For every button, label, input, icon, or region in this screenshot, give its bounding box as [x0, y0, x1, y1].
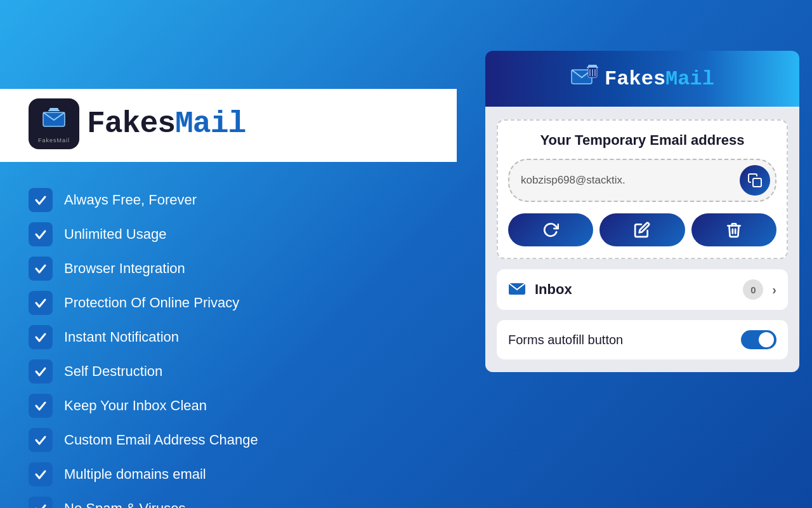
feature-item-unlimited-usage: Unlimited Usage	[29, 218, 258, 250]
checkbox-keep-inbox-clean	[29, 394, 53, 418]
panel-body: Your Temporary Email address kobzisp698@…	[485, 107, 799, 372]
feature-item-always-free: Always Free, Forever	[29, 184, 258, 216]
email-display: kobzisp698@stacktix.	[521, 174, 735, 187]
feature-label-keep-inbox-clean: Keep Your Inbox Clean	[64, 398, 207, 414]
inbox-label: Inbox	[535, 281, 734, 298]
inbox-row[interactable]: Inbox 0 ›	[497, 269, 788, 310]
copy-email-button[interactable]	[740, 165, 770, 196]
autofill-row: Forms autofill button	[497, 320, 788, 359]
toggle-knob	[759, 332, 774, 347]
feature-item-custom-email: Custom Email Address Change	[29, 424, 258, 456]
feature-item-self-destruction: Self Destruction	[29, 356, 258, 387]
feature-label-unlimited-usage: Unlimited Usage	[64, 226, 166, 243]
feature-label-no-spam: No Spam & Viruses	[64, 500, 186, 508]
panel-header-title: FakesMail	[605, 67, 714, 91]
inbox-arrow-icon: ›	[772, 283, 776, 297]
checkbox-self-destruction	[29, 359, 53, 384]
action-buttons	[508, 213, 776, 246]
autofill-label: Forms autofill button	[508, 333, 623, 347]
feature-item-keep-inbox-clean: Keep Your Inbox Clean	[29, 390, 258, 422]
svg-rect-10	[753, 178, 761, 187]
checkbox-no-spam	[29, 497, 53, 508]
feature-label-instant-notification: Instant Notification	[64, 329, 179, 345]
panel-header: FakesMail	[485, 51, 799, 107]
feature-item-browser-integration: Browser Integration	[29, 253, 258, 284]
logo-icon-trash	[41, 105, 67, 135]
right-panel: FakesMail Your Temporary Email address k…	[485, 51, 799, 464]
edit-button[interactable]	[599, 213, 684, 246]
logo-text: FakesMail	[87, 107, 246, 141]
inbox-icon	[508, 280, 526, 300]
logo-area: FakesMail FakesMail	[29, 98, 246, 149]
features-list: Always Free, ForeverUnlimited UsageBrows…	[29, 184, 258, 508]
checkbox-online-privacy	[29, 291, 53, 315]
logo-fakes: Fakes	[87, 107, 175, 141]
logo-icon-label: FakesMail	[38, 137, 70, 144]
checkbox-always-free	[29, 188, 53, 212]
feature-label-online-privacy: Protection Of Online Privacy	[64, 295, 239, 311]
feature-label-self-destruction: Self Destruction	[64, 363, 162, 380]
logo-icon: FakesMail	[29, 98, 79, 149]
inbox-count-badge: 0	[743, 279, 763, 300]
panel-title-fakes: Fakes	[605, 67, 665, 91]
delete-button[interactable]	[691, 213, 776, 246]
panel-title-mail: Mail	[665, 67, 714, 91]
feature-label-always-free: Always Free, Forever	[64, 192, 197, 208]
checkbox-instant-notification	[29, 325, 53, 349]
checkbox-custom-email	[29, 428, 53, 452]
checkbox-multiple-domains	[29, 462, 53, 486]
feature-label-custom-email: Custom Email Address Change	[64, 432, 258, 448]
checkbox-browser-integration	[29, 257, 53, 281]
email-input-row: kobzisp698@stacktix.	[508, 159, 776, 202]
panel-header-icon	[570, 65, 598, 93]
feature-label-browser-integration: Browser Integration	[64, 260, 185, 277]
logo-mail: Mail	[175, 107, 246, 141]
refresh-button[interactable]	[508, 213, 593, 246]
feature-item-no-spam: No Spam & Viruses	[29, 493, 258, 508]
svg-rect-2	[48, 110, 60, 111]
left-section: FakesMail FakesMail Always Free, Forever…	[0, 0, 457, 508]
email-card: Your Temporary Email address kobzisp698@…	[497, 119, 788, 259]
feature-item-online-privacy: Protection Of Online Privacy	[29, 287, 258, 319]
feature-item-multiple-domains: Multiple domains email	[29, 458, 258, 490]
feature-item-instant-notification: Instant Notification	[29, 321, 258, 353]
email-card-title: Your Temporary Email address	[508, 132, 776, 149]
autofill-toggle[interactable]	[741, 330, 776, 349]
checkbox-unlimited-usage	[29, 222, 53, 246]
feature-label-multiple-domains: Multiple domains email	[64, 466, 206, 483]
